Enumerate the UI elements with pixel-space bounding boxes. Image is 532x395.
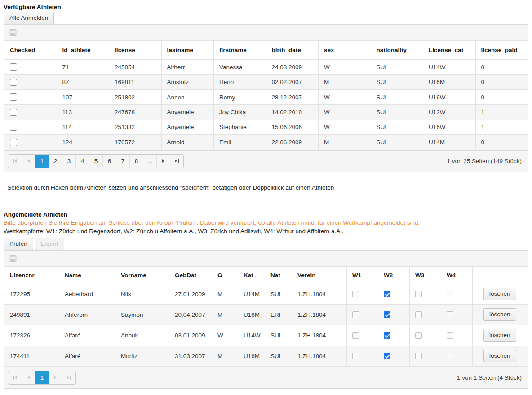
cell-kat: U16M	[238, 346, 265, 366]
col-header-nat: Nat	[265, 266, 292, 284]
register-all-button[interactable]: Alle Anmelden	[4, 12, 54, 24]
w3-checkbox[interactable]	[415, 311, 422, 318]
pager-prev-button[interactable]	[22, 371, 35, 384]
seek-first-icon	[13, 159, 17, 163]
delete-button[interactable]: löschen	[483, 350, 516, 362]
cell-g: W	[212, 325, 238, 346]
pager-page-2[interactable]: 2	[49, 155, 62, 168]
table-row[interactable]: 87 169811 Amstutz Henri 02.02.2007 M SUI…	[4, 75, 528, 89]
cell-nationality: SUI	[371, 75, 423, 89]
w4-checkbox[interactable]	[447, 311, 453, 318]
check-button[interactable]: Prüfen	[4, 238, 33, 250]
row-checkbox[interactable]	[10, 124, 17, 131]
w3-cell	[410, 346, 441, 366]
header-row: Checked id_athlete license lastname firs…	[4, 41, 528, 60]
cell-firstname: Henri	[214, 75, 266, 89]
cell-name: Aeberhard	[59, 284, 115, 304]
cell-sex: W	[319, 89, 371, 104]
w2-checkbox[interactable]	[384, 311, 390, 318]
table-row[interactable]: 124 176572 Arnold Emil 22.06.2009 M SUI …	[4, 135, 528, 150]
pager-last-button[interactable]	[170, 155, 183, 168]
cell-nationality: SUI	[371, 120, 423, 134]
w2-checkbox[interactable]	[384, 332, 390, 339]
pager-page-1[interactable]: 1	[35, 155, 49, 168]
pager-first-button[interactable]	[8, 155, 22, 168]
cell-birth-date: 28.12.2007	[266, 89, 319, 104]
checkbox-cell	[4, 105, 57, 120]
pager-page-5[interactable]: 5	[89, 155, 102, 168]
cell-lastname: Altherr	[161, 60, 214, 75]
pager-more-pages-button[interactable]: ...	[143, 155, 156, 168]
cell-firstname: Vanessa	[214, 60, 266, 75]
table-row[interactable]: 107 251802 Annen Romy 28.12.2007 W SUI U…	[4, 89, 528, 104]
col-header-verein: Verein	[292, 266, 347, 284]
pager-page-1[interactable]: 1	[35, 371, 49, 384]
pager-page-8[interactable]: 8	[129, 155, 143, 168]
pager-next-button[interactable]	[49, 371, 62, 384]
pager-page-6[interactable]: 6	[102, 155, 116, 168]
w1-checkbox[interactable]	[352, 291, 359, 297]
row-checkbox[interactable]	[10, 109, 17, 116]
save-button[interactable]	[9, 255, 17, 262]
w4-checkbox[interactable]	[447, 291, 453, 297]
registered-athletes-table: Lizenznr Name Vorname GebDat G Kat Nat V…	[4, 266, 528, 367]
pager-last-button[interactable]	[62, 371, 75, 384]
w3-checkbox[interactable]	[415, 332, 422, 339]
col-header-license-cat: License_cat	[423, 41, 476, 60]
col-header-lizenznr: Lizenznr	[4, 266, 59, 284]
delete-button[interactable]: löschen	[483, 288, 516, 300]
w4-checkbox[interactable]	[447, 332, 453, 339]
pager-next-button[interactable]	[156, 155, 170, 168]
available-grid-toolbar	[4, 25, 528, 40]
cell-id-athlete: 71	[57, 60, 109, 75]
table-row[interactable]: 113 247678 Anyamele Joy Chika 14.02.2010…	[4, 105, 528, 120]
save-button[interactable]	[9, 29, 17, 36]
table-row[interactable]: 71 245054 Altherr Vanessa 24.03.2009 W S…	[4, 60, 528, 75]
next-icon	[162, 159, 164, 163]
cell-license: 251802	[109, 89, 162, 104]
venues-text: Wettkampforte: W1: Zürich und Regensdorf…	[4, 228, 528, 235]
pager-prev-button[interactable]	[22, 155, 35, 168]
w4-checkbox[interactable]	[447, 353, 453, 359]
row-checkbox[interactable]	[10, 79, 17, 86]
w3-checkbox[interactable]	[415, 291, 422, 297]
w1-cell	[347, 284, 378, 304]
delete-button[interactable]: löschen	[483, 308, 516, 321]
available-grid: Checked id_athlete license lastname firs…	[4, 24, 528, 172]
w1-checkbox[interactable]	[352, 353, 359, 359]
cell-license-paid: 0	[475, 89, 528, 104]
row-checkbox[interactable]	[10, 93, 17, 101]
cell-lastname: Amstutz	[161, 75, 214, 89]
table-row[interactable]: 114 251332 Anyamele Stephanie 15.06.2006…	[4, 120, 528, 134]
pager-page-4[interactable]: 4	[75, 155, 89, 168]
w1-checkbox[interactable]	[352, 332, 359, 339]
cell-g: M	[212, 304, 238, 325]
w2-cell	[378, 346, 410, 366]
delete-button[interactable]: löschen	[483, 329, 516, 342]
cell-sex: W	[319, 60, 371, 75]
w3-checkbox[interactable]	[415, 353, 422, 359]
checkbox-cell	[4, 120, 57, 134]
w2-checkbox[interactable]	[384, 353, 390, 359]
save-icon	[9, 29, 17, 36]
col-header-checked: Checked	[4, 41, 57, 60]
actions-cell: löschen	[473, 284, 528, 304]
cell-id-athlete: 107	[57, 89, 109, 104]
seek-last-icon	[67, 376, 71, 380]
pager-page-7[interactable]: 7	[116, 155, 129, 168]
cell-sex: W	[319, 105, 371, 120]
row-checkbox[interactable]	[10, 63, 17, 71]
actions-cell: löschen	[473, 304, 528, 325]
row-checkbox[interactable]	[10, 139, 17, 146]
cell-license-cat: U16M	[423, 75, 476, 89]
cell-lizenznr: 172326	[4, 325, 59, 346]
pager-page-3[interactable]: 3	[62, 155, 75, 168]
registered-grid: Lizenznr Name Vorname GebDat G Kat Nat V…	[4, 250, 528, 389]
checkbox-cell	[4, 135, 57, 150]
export-button[interactable]: Export	[35, 238, 64, 250]
cell-lastname: Anyamele	[161, 120, 214, 134]
pager-first-button[interactable]	[8, 371, 22, 384]
w2-checkbox[interactable]	[384, 291, 390, 297]
w1-checkbox[interactable]	[352, 311, 359, 318]
col-header-id-athlete: id_athlete	[57, 41, 109, 60]
